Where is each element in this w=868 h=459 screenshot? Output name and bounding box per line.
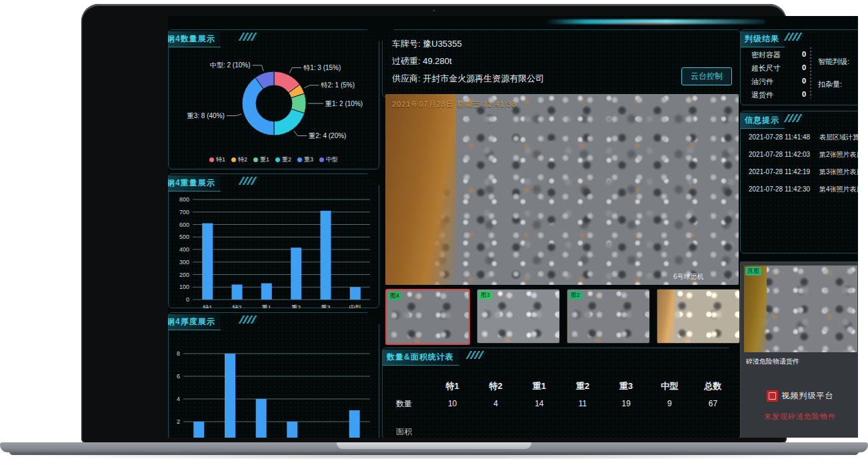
table-cell: 9 — [648, 395, 691, 412]
svg-text:重2: 4 (20%): 重2: 4 (20%) — [308, 132, 346, 139]
thumbnail-4[interactable]: 图1 — [657, 289, 740, 344]
panel-stats-table: 数量&面积统计表 特1特2重1重2重3中型总数数量104141119967面积 — [382, 348, 741, 438]
result-item-value: 0 — [802, 50, 806, 58]
svg-text:中型: 中型 — [349, 304, 361, 311]
title-stripe-decoration — [784, 33, 805, 41]
table-cell — [431, 423, 474, 438]
thumbnail-3[interactable]: 图2 — [567, 289, 650, 344]
plate-value: 豫U35355 — [423, 39, 462, 49]
table-cell — [691, 423, 735, 438]
info-message: 2021-07-28 11:41:48表层区域计算成功 — [749, 133, 858, 142]
result-item-3: 油污件0 — [751, 77, 773, 87]
weight-label: 过磅重: — [392, 56, 421, 66]
table-header-cell: 特1 — [431, 378, 474, 395]
svg-text:特1: 特1 — [203, 304, 212, 311]
legend-item-特1[interactable]: 特1 — [209, 155, 225, 164]
laptop-hinge-notch — [337, 442, 531, 449]
table-cell — [517, 423, 561, 438]
svg-text:重1: 2 (10%): 重1: 2 (10%) — [325, 100, 363, 107]
weight-value: 49.280t — [423, 56, 451, 66]
legend-item-特2[interactable]: 特2 — [231, 155, 247, 164]
info-message-time: 2021-07-28 11:41:48 — [749, 133, 819, 141]
supplier-value: 开封市金火源再生资源有限公司 — [423, 73, 544, 83]
dotted-divider — [810, 47, 811, 98]
photo-timestamp: 2021年07月28日 星期三 11:41:38 — [392, 99, 517, 109]
svg-text:200: 200 — [179, 272, 189, 278]
table-row: 面积 — [388, 423, 735, 438]
info-messages-title: 信息提示 — [741, 113, 785, 129]
quantity-donut-chart: 特1: 3 (15%)特2: 1 (5%)重1: 2 (10%)重2: 4 (2… — [170, 46, 377, 155]
svg-text:特1: 3 (15%): 特1: 3 (15%) — [303, 64, 341, 71]
info-message-text: 表层区域计算成功 — [819, 133, 858, 141]
info-message-time: 2021-07-28 11:42:19 — [749, 168, 819, 175]
legend-item-中型[interactable]: 中型 — [319, 155, 338, 164]
photo-dirt-wall — [657, 290, 674, 343]
result-item-value: 0 — [802, 63, 806, 71]
title-stripe-decoration — [239, 316, 259, 324]
table-cell: 19 — [605, 395, 648, 412]
legend-item-重3[interactable]: 重3 — [297, 155, 313, 164]
svg-text:300: 300 — [179, 259, 189, 266]
svg-text:重1: 重1 — [262, 304, 271, 311]
svg-text:重3: 重3 — [321, 304, 330, 311]
info-message-text: 第3张照片表层开始 — [819, 168, 858, 175]
info-message: 2021-07-28 11:42:19第3张照片表层开始 — [749, 167, 858, 177]
table-header-row: 特1特2重1重2重3中型总数 — [388, 378, 735, 395]
panel-thickness: 钢4厚度展示 2468 — [168, 312, 379, 438]
svg-text:中型: 2 (10%): 中型: 2 (10%) — [210, 61, 251, 69]
photo-watermark: 6号球磨机 — [673, 272, 704, 282]
panel-thickness-title: 钢4厚度展示 — [168, 314, 221, 330]
table-header-cell: 重3 — [605, 378, 648, 395]
platform-logo-icon — [767, 390, 778, 402]
panel-weight: 钢4重量展示 0100200300400500600700800特1特2重1重2… — [168, 173, 379, 308]
thumbnail-1[interactable]: 图4 — [385, 289, 470, 345]
review-caption: 碎渣危险物遗货件 — [746, 357, 799, 366]
table-cell: 67 — [691, 395, 735, 412]
panel-info-messages: 信息提示 2021-07-28 11:41:48表层区域计算成功2021-07-… — [740, 111, 858, 254]
photo-dirt-wall — [744, 266, 767, 352]
result-item-1: 密封容器0 — [751, 50, 781, 60]
panel-weight-title: 钢4重量展示 — [168, 175, 221, 191]
thumbnail-2[interactable]: 图3 — [477, 289, 560, 344]
result-item-value: 0 — [802, 90, 806, 98]
platform-logo: 视频判级平台 — [741, 390, 858, 402]
svg-text:0: 0 — [186, 296, 189, 303]
ptz-control-button[interactable]: 云台控制 — [681, 67, 732, 85]
grading-result-title: 判级结果 — [741, 31, 785, 47]
table-header-cell: 重1 — [517, 378, 561, 395]
table-cell — [605, 423, 648, 438]
result-item-2: 超长尺寸0 — [751, 63, 781, 73]
laptop-screen: 钢4数量展示 特1: 3 (15%)特2: 1 (5%)重1: 2 (10%)重… — [81, 4, 787, 444]
info-message-time: 2021-07-28 11:42:30 — [749, 185, 819, 193]
table-cell: 10 — [431, 395, 474, 412]
title-stripe-decoration — [784, 114, 805, 122]
svg-text:重2: 重2 — [291, 304, 301, 311]
table-header-cell — [388, 378, 431, 395]
vehicle-info: 车牌号: 豫U35355 过磅重: 49.280t 供应商: 开封市金火源再生资… — [392, 35, 544, 87]
panel-quantity: 钢4数量展示 特1: 3 (15%)特2: 1 (5%)重1: 2 (10%)重… — [168, 29, 379, 169]
result-right-label-1: 智能判级: — [818, 57, 849, 67]
svg-text:800: 800 — [179, 196, 189, 203]
table-row: 数量104141119967 — [388, 395, 735, 412]
legend-item-重2[interactable]: 重2 — [275, 155, 291, 164]
svg-text:700: 700 — [179, 209, 189, 215]
table-header-cell: 总数 — [691, 378, 735, 395]
svg-text:4: 4 — [177, 396, 180, 402]
svg-text:6: 6 — [177, 373, 180, 380]
supplier-label: 供应商: — [392, 73, 421, 83]
table-cell — [561, 423, 604, 438]
info-message: 2021-07-28 11:42:03第2张照片表层开始 — [749, 150, 858, 159]
result-item-4: 退货件0 — [751, 90, 773, 100]
panel-quantity-title: 钢4数量展示 — [168, 31, 221, 47]
legend-item-重1[interactable]: 重1 — [253, 155, 269, 164]
svg-text:特2: 特2 — [232, 304, 241, 311]
stats-table-title: 数量&面积统计表 — [383, 350, 459, 366]
photo-thumbnail-strip: 图4图3图2图1 — [385, 289, 740, 344]
review-photo[interactable]: 原图 — [744, 266, 857, 352]
webcam-icon — [433, 9, 435, 12]
title-stripe-decoration — [466, 351, 487, 359]
header-glow-red-decoration — [595, 23, 701, 25]
result-item-value: 0 — [802, 77, 806, 85]
table-row-label: 数量 — [388, 395, 431, 412]
danger-alert-text: 未发现碎渣危险物件 — [741, 412, 858, 422]
